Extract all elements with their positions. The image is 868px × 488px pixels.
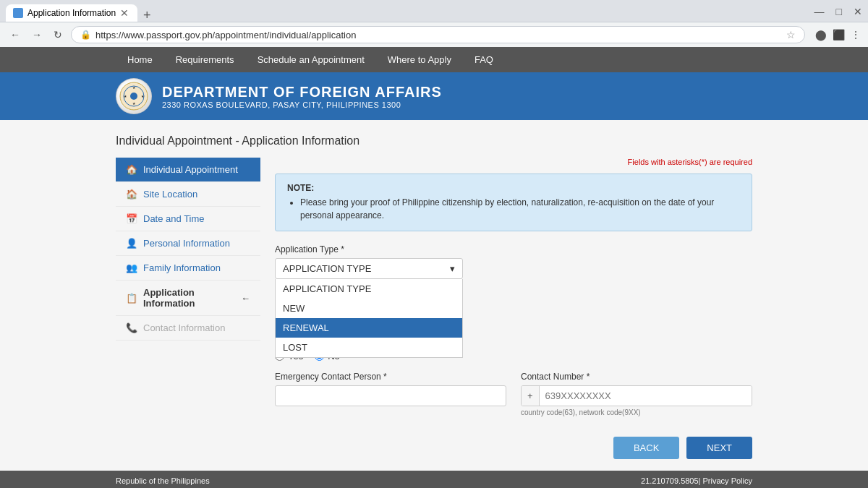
sidebar-label-family-info: Family Information [143,262,221,273]
contact-number-label: Contact Number * [521,372,752,382]
clipboard-icon: 📋 [126,293,137,304]
titlebar: Application Information ✕ + — □ ✕ [0,0,868,22]
emergency-contact-group: Emergency Contact Person * [275,372,506,406]
maximize-button[interactable]: □ [836,6,842,17]
sidebar-item-application-info[interactable]: 📋 Application Information ← [116,281,260,316]
browser-window: Application Information ✕ + — □ ✕ ← → ↻ … [0,0,868,488]
page-title: Individual Appointment - Application Inf… [116,134,752,147]
required-note: Fields with asterisks(*) are required [275,158,752,166]
extensions-icon[interactable]: ⬛ [833,29,845,40]
reload-button[interactable]: ↻ [51,27,65,42]
sidebar-item-site-location[interactable]: 🏠 Site Location [116,182,260,207]
note-title: NOTE: [287,183,314,193]
sidebar-item-date-time[interactable]: 📅 Date and Time [116,207,260,231]
nav-home[interactable]: Home [116,47,164,72]
main-content: Individual Appointment - Application Inf… [0,120,868,471]
logo-image: ★ ★ ★ ★ [116,79,151,114]
home-icon: 🏠 [126,164,137,175]
browser-actions: ⬤ ⬛ ⋮ [815,29,861,40]
dropdown-option-new[interactable]: NEW [276,299,462,318]
bookmark-icon[interactable]: ☆ [786,29,796,40]
agency-address: 2330 Roxas Boulevard, Pasay City, Philip… [162,100,442,109]
arrow-icon: ← [241,293,250,304]
dropdown-option-lost[interactable]: LOST [276,338,462,357]
nav-schedule[interactable]: Schedule an Appointment [246,47,376,72]
application-type-group: Application Type * APPLICATION TYPE ▾ AP… [275,244,752,279]
new-tab-button[interactable]: + [139,9,156,22]
agency-logo: ★ ★ ★ ★ [116,78,152,114]
dropdown-option-renewal[interactable]: RENEWAL [276,318,462,338]
sidebar: 🏠 Individual Appointment 🏠 Site Location… [116,158,260,341]
back-nav-button[interactable]: ← [7,27,23,42]
tab-label: Application Information [27,8,116,18]
application-type-dropdown-container[interactable]: APPLICATION TYPE ▾ APPLICATION TYPE NEW … [275,258,463,279]
sidebar-label-personal-info: Personal Information [143,238,230,249]
sidebar-label-site-location: Site Location [143,189,197,200]
phone-icon: 📞 [126,322,137,333]
minimize-button[interactable]: — [814,6,825,17]
content-layout: 🏠 Individual Appointment 🏠 Site Location… [116,158,752,471]
dropdown-list: APPLICATION TYPE NEW RENEWAL LOST [275,279,463,358]
sidebar-item-contact-info[interactable]: 📞 Contact Information [116,316,260,341]
dropdown-selected-text: APPLICATION TYPE [283,263,371,274]
contact-row: Emergency Contact Person * Contact Numbe… [275,372,752,427]
contact-number-group: Contact Number * + country code(63), net… [521,372,752,416]
lock-icon: 🔒 [80,30,91,40]
site-header: ★ ★ ★ ★ DEPARTMENT OF FOREIGN AFFAIRS 23… [0,72,868,120]
contact-hint: country code(63), network code(9XX) [521,408,752,416]
emergency-contact-input[interactable] [275,385,506,406]
footer-right: 21.210709.5805| Privacy Policy [641,476,752,485]
sidebar-item-family-info[interactable]: 👥 Family Information [116,256,260,281]
agency-title-block: DEPARTMENT OF FOREIGN AFFAIRS 2330 Roxas… [162,84,442,109]
application-type-label: Application Type * [275,244,752,254]
form-area: Fields with asterisks(*) are required NO… [260,158,752,471]
emergency-contact-label: Emergency Contact Person * [275,372,506,382]
menu-icon[interactable]: ⋮ [851,29,861,40]
back-button[interactable]: BACK [613,437,679,459]
tab-bar: Application Information ✕ + [6,4,156,22]
sidebar-label-individual-appointment: Individual Appointment [143,164,238,175]
tab-favicon [13,8,23,18]
family-icon: 👥 [126,262,137,273]
sidebar-label-contact-info: Contact Information [143,322,225,333]
note-box: NOTE: Please bring your proof of Philipp… [275,174,752,231]
action-buttons: BACK NEXT [275,427,752,471]
person-icon: 👤 [126,238,137,249]
footer-privacy-link[interactable]: Privacy Policy [703,476,752,485]
sidebar-item-personal-info[interactable]: 👤 Personal Information [116,231,260,256]
profile-icon[interactable]: ⬤ [815,29,827,40]
url-input[interactable] [95,30,782,40]
nav-where-to-apply[interactable]: Where to Apply [376,47,463,72]
nav-faq[interactable]: FAQ [463,47,505,72]
contact-number-input-group: + [521,385,752,406]
chevron-down-icon: ▾ [450,263,455,274]
footer-left: Republic of the Philippines [116,476,210,485]
dropdown-option-application-type[interactable]: APPLICATION TYPE [276,279,462,299]
application-type-select[interactable]: APPLICATION TYPE ▾ [275,258,463,279]
sidebar-item-individual-appointment[interactable]: 🏠 Individual Appointment [116,158,260,182]
address-bar-row: ← → ↻ 🔒 ☆ ⬤ ⬛ ⋮ [0,22,868,47]
site-footer: Republic of the Philippines 21.210709.58… [0,471,868,488]
footer-ip: 21.210709.5805| [641,476,702,485]
address-bar[interactable]: 🔒 ☆ [71,26,805,43]
next-button[interactable]: NEXT [686,437,752,459]
calendar-icon: 📅 [126,213,137,224]
window-controls: — □ ✕ [814,6,862,20]
tab-close-button[interactable]: ✕ [120,8,129,18]
note-bullet: Please bring your proof of Philippine ci… [300,196,740,222]
contact-plus-sign: + [522,386,540,406]
site-nav: Home Requirements Schedule an Appointmen… [0,47,868,72]
active-tab[interactable]: Application Information ✕ [6,4,137,22]
sidebar-label-date-time: Date and Time [143,213,205,224]
agency-name: DEPARTMENT OF FOREIGN AFFAIRS [162,84,442,100]
forward-nav-button[interactable]: → [29,27,45,42]
svg-point-2 [130,93,137,100]
contact-number-input[interactable] [540,386,752,406]
location-icon: 🏠 [126,189,137,200]
sidebar-label-application-info: Application Information [143,287,235,309]
close-button[interactable]: ✕ [854,6,862,17]
nav-requirements[interactable]: Requirements [164,47,246,72]
